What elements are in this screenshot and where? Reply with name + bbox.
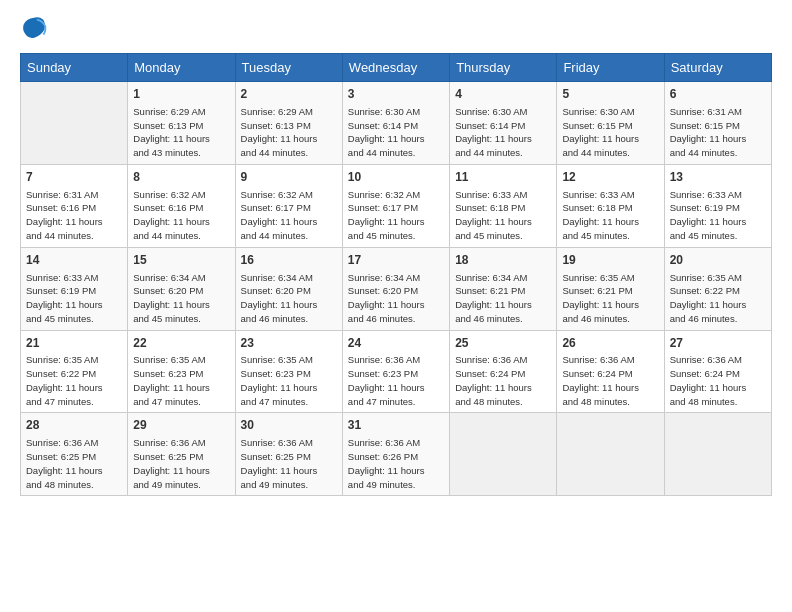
header-cell-monday: Monday [128,54,235,82]
day-number: 10 [348,169,444,186]
calendar-cell: 26Sunrise: 6:36 AM Sunset: 6:24 PM Dayli… [557,330,664,413]
calendar-cell [21,82,128,165]
cell-content: Sunrise: 6:35 AM Sunset: 6:22 PM Dayligh… [26,353,122,408]
day-number: 19 [562,252,658,269]
calendar-cell: 4Sunrise: 6:30 AM Sunset: 6:14 PM Daylig… [450,82,557,165]
calendar-cell: 3Sunrise: 6:30 AM Sunset: 6:14 PM Daylig… [342,82,449,165]
day-number: 8 [133,169,229,186]
header-cell-saturday: Saturday [664,54,771,82]
header-area [20,15,772,43]
cell-content: Sunrise: 6:36 AM Sunset: 6:26 PM Dayligh… [348,436,444,491]
cell-content: Sunrise: 6:34 AM Sunset: 6:21 PM Dayligh… [455,271,551,326]
calendar-cell: 18Sunrise: 6:34 AM Sunset: 6:21 PM Dayli… [450,247,557,330]
cell-content: Sunrise: 6:36 AM Sunset: 6:25 PM Dayligh… [133,436,229,491]
day-number: 14 [26,252,122,269]
cell-content: Sunrise: 6:34 AM Sunset: 6:20 PM Dayligh… [348,271,444,326]
calendar-cell: 8Sunrise: 6:32 AM Sunset: 6:16 PM Daylig… [128,164,235,247]
week-row-5: 28Sunrise: 6:36 AM Sunset: 6:25 PM Dayli… [21,413,772,496]
day-number: 12 [562,169,658,186]
cell-content: Sunrise: 6:36 AM Sunset: 6:23 PM Dayligh… [348,353,444,408]
calendar-cell [557,413,664,496]
calendar-cell: 31Sunrise: 6:36 AM Sunset: 6:26 PM Dayli… [342,413,449,496]
day-number: 5 [562,86,658,103]
calendar-cell: 22Sunrise: 6:35 AM Sunset: 6:23 PM Dayli… [128,330,235,413]
header-cell-thursday: Thursday [450,54,557,82]
cell-content: Sunrise: 6:31 AM Sunset: 6:16 PM Dayligh… [26,188,122,243]
cell-content: Sunrise: 6:33 AM Sunset: 6:19 PM Dayligh… [26,271,122,326]
day-number: 1 [133,86,229,103]
logo-icon [20,15,48,43]
calendar-cell: 15Sunrise: 6:34 AM Sunset: 6:20 PM Dayli… [128,247,235,330]
day-number: 22 [133,335,229,352]
day-number: 28 [26,417,122,434]
day-number: 2 [241,86,337,103]
page: SundayMondayTuesdayWednesdayThursdayFrid… [0,0,792,506]
cell-content: Sunrise: 6:30 AM Sunset: 6:14 PM Dayligh… [348,105,444,160]
day-number: 11 [455,169,551,186]
day-number: 15 [133,252,229,269]
cell-content: Sunrise: 6:35 AM Sunset: 6:23 PM Dayligh… [133,353,229,408]
header-cell-wednesday: Wednesday [342,54,449,82]
calendar-cell: 12Sunrise: 6:33 AM Sunset: 6:18 PM Dayli… [557,164,664,247]
cell-content: Sunrise: 6:36 AM Sunset: 6:24 PM Dayligh… [562,353,658,408]
calendar-cell: 7Sunrise: 6:31 AM Sunset: 6:16 PM Daylig… [21,164,128,247]
cell-content: Sunrise: 6:30 AM Sunset: 6:15 PM Dayligh… [562,105,658,160]
calendar-cell: 28Sunrise: 6:36 AM Sunset: 6:25 PM Dayli… [21,413,128,496]
day-number: 24 [348,335,444,352]
cell-content: Sunrise: 6:34 AM Sunset: 6:20 PM Dayligh… [133,271,229,326]
cell-content: Sunrise: 6:33 AM Sunset: 6:19 PM Dayligh… [670,188,766,243]
day-number: 20 [670,252,766,269]
cell-content: Sunrise: 6:33 AM Sunset: 6:18 PM Dayligh… [455,188,551,243]
calendar-cell: 19Sunrise: 6:35 AM Sunset: 6:21 PM Dayli… [557,247,664,330]
cell-content: Sunrise: 6:29 AM Sunset: 6:13 PM Dayligh… [241,105,337,160]
calendar-cell: 23Sunrise: 6:35 AM Sunset: 6:23 PM Dayli… [235,330,342,413]
calendar-cell: 14Sunrise: 6:33 AM Sunset: 6:19 PM Dayli… [21,247,128,330]
day-number: 31 [348,417,444,434]
day-number: 13 [670,169,766,186]
day-number: 27 [670,335,766,352]
cell-content: Sunrise: 6:32 AM Sunset: 6:17 PM Dayligh… [348,188,444,243]
calendar-cell: 1Sunrise: 6:29 AM Sunset: 6:13 PM Daylig… [128,82,235,165]
header-row: SundayMondayTuesdayWednesdayThursdayFrid… [21,54,772,82]
cell-content: Sunrise: 6:35 AM Sunset: 6:22 PM Dayligh… [670,271,766,326]
week-row-4: 21Sunrise: 6:35 AM Sunset: 6:22 PM Dayli… [21,330,772,413]
day-number: 3 [348,86,444,103]
cell-content: Sunrise: 6:29 AM Sunset: 6:13 PM Dayligh… [133,105,229,160]
cell-content: Sunrise: 6:33 AM Sunset: 6:18 PM Dayligh… [562,188,658,243]
cell-content: Sunrise: 6:36 AM Sunset: 6:25 PM Dayligh… [241,436,337,491]
calendar-cell: 16Sunrise: 6:34 AM Sunset: 6:20 PM Dayli… [235,247,342,330]
cell-content: Sunrise: 6:36 AM Sunset: 6:25 PM Dayligh… [26,436,122,491]
header-cell-sunday: Sunday [21,54,128,82]
day-number: 16 [241,252,337,269]
cell-content: Sunrise: 6:30 AM Sunset: 6:14 PM Dayligh… [455,105,551,160]
calendar-cell [664,413,771,496]
day-number: 29 [133,417,229,434]
cell-content: Sunrise: 6:32 AM Sunset: 6:16 PM Dayligh… [133,188,229,243]
day-number: 26 [562,335,658,352]
calendar-cell: 11Sunrise: 6:33 AM Sunset: 6:18 PM Dayli… [450,164,557,247]
calendar-cell: 24Sunrise: 6:36 AM Sunset: 6:23 PM Dayli… [342,330,449,413]
day-number: 7 [26,169,122,186]
week-row-3: 14Sunrise: 6:33 AM Sunset: 6:19 PM Dayli… [21,247,772,330]
day-number: 23 [241,335,337,352]
header-cell-friday: Friday [557,54,664,82]
calendar-cell: 27Sunrise: 6:36 AM Sunset: 6:24 PM Dayli… [664,330,771,413]
cell-content: Sunrise: 6:34 AM Sunset: 6:20 PM Dayligh… [241,271,337,326]
cell-content: Sunrise: 6:36 AM Sunset: 6:24 PM Dayligh… [670,353,766,408]
calendar-cell: 13Sunrise: 6:33 AM Sunset: 6:19 PM Dayli… [664,164,771,247]
calendar-cell: 2Sunrise: 6:29 AM Sunset: 6:13 PM Daylig… [235,82,342,165]
day-number: 25 [455,335,551,352]
week-row-2: 7Sunrise: 6:31 AM Sunset: 6:16 PM Daylig… [21,164,772,247]
calendar-cell: 29Sunrise: 6:36 AM Sunset: 6:25 PM Dayli… [128,413,235,496]
calendar-cell: 17Sunrise: 6:34 AM Sunset: 6:20 PM Dayli… [342,247,449,330]
day-number: 6 [670,86,766,103]
day-number: 9 [241,169,337,186]
calendar-cell: 30Sunrise: 6:36 AM Sunset: 6:25 PM Dayli… [235,413,342,496]
cell-content: Sunrise: 6:35 AM Sunset: 6:23 PM Dayligh… [241,353,337,408]
calendar-cell: 25Sunrise: 6:36 AM Sunset: 6:24 PM Dayli… [450,330,557,413]
cell-content: Sunrise: 6:31 AM Sunset: 6:15 PM Dayligh… [670,105,766,160]
calendar-cell: 20Sunrise: 6:35 AM Sunset: 6:22 PM Dayli… [664,247,771,330]
calendar-cell: 21Sunrise: 6:35 AM Sunset: 6:22 PM Dayli… [21,330,128,413]
week-row-1: 1Sunrise: 6:29 AM Sunset: 6:13 PM Daylig… [21,82,772,165]
calendar-cell: 6Sunrise: 6:31 AM Sunset: 6:15 PM Daylig… [664,82,771,165]
